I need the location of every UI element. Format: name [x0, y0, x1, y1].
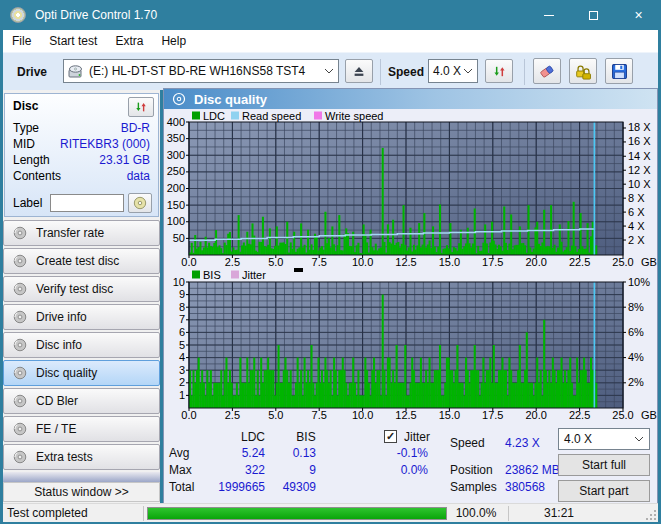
toolbar-separator	[380, 59, 381, 85]
svg-text:GB: GB	[641, 409, 657, 421]
jitter-checkbox[interactable]: ✓	[384, 430, 397, 443]
total-bis-value: 49309	[256, 480, 316, 494]
maximize-icon	[589, 11, 598, 20]
svg-text:22.5: 22.5	[569, 256, 590, 268]
disc-length-row: Length23.31 GB	[13, 152, 150, 168]
svg-text:16 X: 16 X	[628, 135, 651, 147]
drive-select-value: (E:) HL-DT-ST BD-RE WH16NS58 TST4	[89, 64, 305, 78]
svg-text:10%: 10%	[628, 276, 650, 288]
padlock-icon	[574, 62, 592, 80]
drive-select[interactable]: (E:) HL-DT-ST BD-RE WH16NS58 TST4	[63, 59, 339, 83]
menu-item-start-test[interactable]: Start test	[40, 30, 106, 52]
avg-bis-value: 0.13	[256, 446, 316, 460]
sidebar-item-disc-info[interactable]: Disc info	[3, 332, 160, 358]
save-button[interactable]	[605, 58, 633, 84]
sidebar-item-extra-tests[interactable]: Extra tests	[3, 444, 160, 470]
license-button[interactable]	[569, 58, 597, 84]
menu-item-extra[interactable]: Extra	[106, 30, 152, 52]
svg-text:12.5: 12.5	[395, 256, 416, 268]
minimize-button[interactable]	[526, 0, 571, 30]
avg-jitter-value: -0.1%	[368, 446, 428, 460]
eject-icon	[352, 64, 366, 78]
resize-grip[interactable]	[645, 509, 657, 521]
chevron-down-icon	[463, 68, 473, 74]
erase-disc-button[interactable]	[533, 58, 561, 84]
test-progress-bar	[147, 507, 447, 520]
sidebar-item-label: Extra tests	[36, 450, 93, 464]
max-bis-value: 9	[256, 463, 316, 477]
chevron-down-icon	[634, 436, 644, 442]
svg-text:350: 350	[167, 132, 185, 144]
statusbar-separator	[143, 506, 144, 521]
samples-value: 380568	[505, 480, 545, 494]
jitter-checkbox-label: Jitter	[404, 430, 430, 444]
svg-text:250: 250	[167, 165, 185, 177]
ldc-read-speed-chart: 501001502002503003504002 X4 X6 X8 X10 X1…	[164, 110, 657, 268]
disc-row-value: BD-R	[121, 121, 150, 135]
disc-box-title: Disc	[13, 99, 38, 113]
sidebar-item-transfer-rate[interactable]: Transfer rate	[3, 220, 160, 246]
eject-button[interactable]	[345, 59, 373, 83]
menu-item-help[interactable]: Help	[152, 30, 195, 52]
test-speed-select[interactable]: 4.0 X	[558, 428, 650, 450]
speed-row-label: Speed	[450, 436, 485, 450]
refresh-disc-button[interactable]	[128, 97, 154, 117]
status-window-button[interactable]: Status window >>	[3, 482, 160, 502]
maximize-button[interactable]	[571, 0, 616, 30]
disc-row-label: Type	[13, 121, 39, 135]
chevron-down-icon	[324, 68, 334, 74]
start-full-button[interactable]: Start full	[558, 454, 650, 476]
refresh-arrows-icon	[492, 64, 507, 79]
floppy-disk-icon	[611, 63, 628, 80]
svg-text:17.5: 17.5	[482, 256, 503, 268]
sidebar: Disc TypeBD-RMIDRITEKBR3 (000)Length23.3…	[3, 90, 160, 503]
close-button[interactable]: ×	[616, 0, 661, 30]
svg-text:8: 8	[179, 301, 185, 313]
sidebar-item-disc-quality[interactable]: Disc quality	[3, 360, 160, 386]
svg-text:100: 100	[167, 215, 185, 227]
sidebar-item-drive-info[interactable]: Drive info	[3, 304, 160, 330]
svg-text:6%: 6%	[628, 326, 644, 338]
disc-icon	[13, 338, 27, 352]
disc-label-input[interactable]	[50, 194, 124, 212]
svg-text:8%: 8%	[628, 301, 644, 313]
max-row-label: Max	[169, 463, 192, 477]
start-part-button[interactable]: Start part	[558, 480, 650, 502]
disc-icon	[13, 394, 27, 408]
svg-text:5.0: 5.0	[268, 256, 283, 268]
ldc-column-header: LDC	[228, 430, 278, 444]
menu-item-file[interactable]: File	[3, 30, 40, 52]
svg-text:3: 3	[179, 364, 185, 376]
svg-text:4: 4	[179, 351, 185, 363]
svg-text:17.5: 17.5	[482, 409, 503, 421]
disc-mid-row: MIDRITEKBR3 (000)	[13, 136, 150, 152]
samples-row-label: Samples	[450, 480, 497, 494]
svg-text:25.0: 25.0	[612, 409, 633, 421]
sidebar-item-cd-bler[interactable]: CD Bler	[3, 388, 160, 414]
refresh-speed-button[interactable]	[485, 59, 513, 83]
svg-text:15.0: 15.0	[439, 256, 460, 268]
position-row-label: Position	[450, 463, 493, 477]
svg-text:18 X: 18 X	[628, 121, 651, 133]
sidebar-item-verify-test-disc[interactable]: Verify test disc	[3, 276, 160, 302]
svg-text:25.0: 25.0	[612, 256, 633, 268]
progress-percent: 100.0%	[444, 506, 508, 520]
speed-select[interactable]: 4.0 X	[428, 59, 478, 83]
app-disc-icon	[10, 7, 26, 23]
sidebar-item-label: FE / TE	[36, 422, 76, 436]
write-label-button[interactable]	[128, 193, 152, 213]
position-value: 23862 MB	[505, 463, 560, 477]
svg-text:6: 6	[179, 326, 185, 338]
status-bar: Test completed 100.0% 31:21	[3, 503, 658, 522]
svg-text:7: 7	[179, 313, 185, 325]
elapsed-time: 31:21	[508, 506, 574, 520]
speed-select-value: 4.0 X	[433, 64, 461, 78]
sidebar-item-fe-te[interactable]: FE / TE	[3, 416, 160, 442]
svg-text:2.5: 2.5	[225, 409, 240, 421]
sidebar-item-create-test-disc[interactable]: Create test disc	[3, 248, 160, 274]
svg-text:4 X: 4 X	[628, 220, 645, 232]
svg-text:5: 5	[179, 339, 185, 351]
svg-text:Jitter: Jitter	[242, 269, 266, 281]
max-jitter-value: 0.0%	[368, 463, 428, 477]
svg-text:7.5: 7.5	[312, 409, 327, 421]
